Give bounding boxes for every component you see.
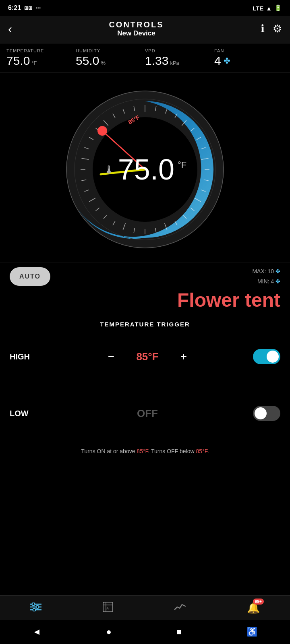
controls-icon [30,601,41,614]
nav-notifications[interactable]: 🔔 99+ [247,602,260,614]
high-value: 85°F [131,351,164,363]
sys-accessibility-button[interactable]: ♿ [246,627,257,637]
svg-text:A: A [106,606,109,610]
humidity-unit: % [101,60,106,66]
chart-icon [174,602,186,613]
high-increase-button[interactable]: + [175,348,193,365]
high-trigger-row: HIGH − 85°F + [10,340,280,374]
fan-value: 4 [214,54,221,68]
gauge-temperature: 75.0 [118,155,174,184]
stats-bar: TEMPERATURE 75.0 °F HUMIDITY 55.0 % VPD … [0,43,290,73]
settings-button[interactable]: ⚙ [273,23,282,35]
battery-icon: 🔋 [274,4,282,12]
fan-label: FAN [214,48,284,53]
low-label: LOW [10,409,42,418]
temperature-gauge: 85°F 🌡 75.0 °F [60,85,230,254]
svg-point-48 [36,606,39,609]
nav-chart[interactable] [174,602,186,613]
high-toggle[interactable] [253,349,280,364]
vpd-stat: VPD 1.33 kPa [145,48,214,68]
lte-icon: LTE [253,5,263,12]
low-value: OFF [131,407,164,420]
fan-icon-max: ✤ [276,268,280,275]
low-trigger-controls: OFF [131,407,164,420]
gauge-unit: °F [178,160,186,170]
auto-mode-row: AUTO MAX: 10 ✤ MIN: 4 ✤ [0,262,290,291]
humidity-label: HUMIDITY [76,48,145,53]
fan-stat: FAN 4 ✤ [214,48,284,68]
sys-recents-button[interactable]: ■ [176,627,182,637]
max-value: 10 [268,268,274,275]
signal-icon: ▲ [266,5,272,12]
nav-devices[interactable]: A [102,601,114,614]
sys-back-button[interactable]: ◄ [33,627,41,637]
back-button[interactable]: ‹ [8,22,12,36]
svg-point-47 [32,603,35,606]
trigger-section: TEMPERATURE TRIGGER HIGH − 85°F + LOW OF… [0,311,290,439]
info-button[interactable]: ℹ [261,23,265,35]
status-dots: ··· [35,4,41,12]
temperature-stat: TEMPERATURE 75.0 °F [6,48,76,68]
system-nav: ◄ ● ■ ♿ [0,620,290,644]
gauge-section: 85°F 🌡 75.0 °F [0,73,290,262]
high-label: HIGH [10,352,42,361]
svg-point-49 [33,609,36,611]
info-text: Turns ON at or above 85°F. Turns OFF bel… [0,439,290,460]
auto-mode-button[interactable]: AUTO [10,267,50,286]
info-highlight-1: 85°F [137,448,148,454]
preset-name: Flower tent [10,291,280,310]
fan-icon: ✤ [224,56,230,66]
status-carrier: ⊞⊞ [24,5,32,11]
vpd-label: VPD [145,48,214,53]
high-trigger-controls: − 85°F + [102,348,193,365]
vpd-value: 1.33 [145,54,168,68]
info-text-part1: Turns ON at or above [81,448,137,454]
gauge-center: 🌡 75.0 °F [104,155,186,184]
status-time: 6:21 [8,4,21,12]
low-trigger-row: LOW OFF [10,398,280,429]
notification-badge: 99+ [253,599,264,605]
high-decrease-button[interactable]: − [102,348,120,365]
info-text-part3: . [207,448,209,454]
humidity-stat: HUMIDITY 55.0 % [76,48,145,68]
trigger-title: TEMPERATURE TRIGGER [10,321,280,328]
nav-controls[interactable] [30,601,41,614]
temperature-value: 75.0 [6,54,30,68]
min-value: 4 [271,278,274,285]
bottom-nav: A 🔔 99+ [0,595,290,620]
humidity-value: 55.0 [76,54,99,68]
thermometer-icon: 🌡 [104,163,115,176]
info-highlight-2: 85°F [196,448,207,454]
min-label: MIN: [257,278,269,285]
vpd-unit: kPa [170,60,179,66]
max-label: MAX: [252,268,266,275]
fan-limits: MAX: 10 ✤ MIN: 4 ✤ [174,266,280,287]
fan-icon-min: ✤ [276,278,280,285]
svg-point-42 [97,126,107,136]
low-toggle[interactable] [253,406,280,421]
page-title: CONTROLS [12,20,261,29]
header: ‹ CONTROLS New Device ℹ ⚙ [0,16,290,43]
status-bar: 6:21 ⊞⊞ ··· LTE ▲ 🔋 [0,0,290,16]
temperature-unit: °F [31,60,37,66]
sys-home-button[interactable]: ● [106,627,112,637]
temperature-label: TEMPERATURE [6,48,76,53]
devices-icon: A [102,601,114,614]
info-text-part2: . Turns OFF below [148,448,196,454]
device-name: New Device [12,29,261,37]
